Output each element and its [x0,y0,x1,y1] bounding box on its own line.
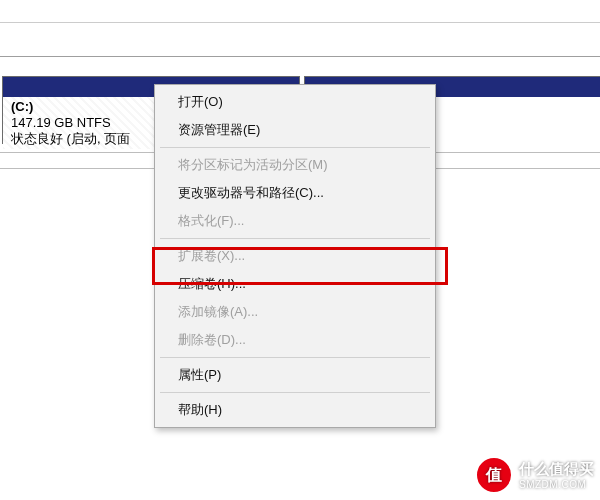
menu-format: 格式化(F)... [158,207,432,235]
context-menu: 打开(O) 资源管理器(E) 将分区标记为活动分区(M) 更改驱动器号和路径(C… [154,84,436,428]
menu-open[interactable]: 打开(O) [158,88,432,116]
menu-separator [160,392,430,393]
menu-explorer[interactable]: 资源管理器(E) [158,116,432,144]
menu-delete-volume: 删除卷(D)... [158,326,432,354]
menu-change-drive-letter[interactable]: 更改驱动器号和路径(C)... [158,179,432,207]
watermark-text: 什么值得买 SMZDM.COM [519,460,594,490]
menu-separator [160,147,430,148]
watermark-url: SMZDM.COM [519,479,594,490]
menu-separator [160,357,430,358]
watermark-title: 什么值得买 [519,460,594,477]
separator [0,0,600,23]
watermark: 值 什么值得买 SMZDM.COM [475,456,594,494]
upper-pane [0,0,600,57]
menu-shrink-volume[interactable]: 压缩卷(H)... [158,270,432,298]
menu-properties[interactable]: 属性(P) [158,361,432,389]
menu-mark-active: 将分区标记为活动分区(M) [158,151,432,179]
menu-add-mirror: 添加镜像(A)... [158,298,432,326]
watermark-logo-icon: 值 [475,456,513,494]
menu-help[interactable]: 帮助(H) [158,396,432,424]
menu-extend-volume: 扩展卷(X)... [158,242,432,270]
menu-separator [160,238,430,239]
